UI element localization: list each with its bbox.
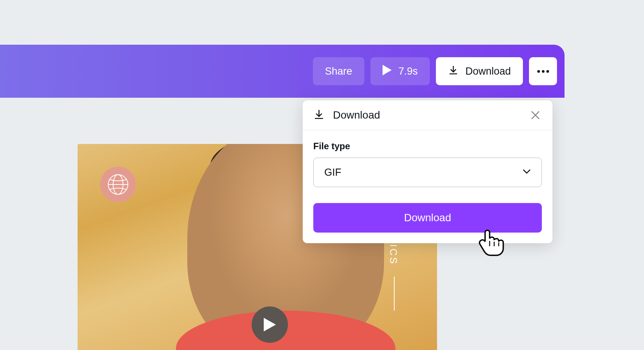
- download-action-button[interactable]: Download: [313, 203, 542, 233]
- canvas-play-button[interactable]: [252, 306, 288, 343]
- share-button[interactable]: Share: [313, 57, 364, 85]
- ellipsis-icon: [537, 70, 540, 73]
- close-icon: [530, 110, 540, 120]
- download-panel: Download File type GIF Download: [303, 100, 552, 243]
- panel-header: Download: [303, 100, 552, 130]
- download-button[interactable]: Download: [436, 57, 523, 85]
- duration-label: 7.9s: [398, 66, 418, 77]
- globe-icon: [100, 167, 136, 202]
- file-type-value: GIF: [324, 167, 341, 178]
- panel-title: Download: [333, 109, 380, 121]
- more-button[interactable]: [529, 57, 557, 85]
- share-label: Share: [325, 66, 352, 77]
- play-duration-button[interactable]: 7.9s: [370, 57, 430, 85]
- top-toolbar: Share 7.9s Download: [0, 45, 565, 98]
- play-icon: [264, 318, 276, 331]
- play-icon: [383, 65, 392, 78]
- close-button[interactable]: [529, 109, 542, 122]
- download-icon: [448, 65, 459, 78]
- download-action-label: Download: [404, 212, 451, 223]
- download-icon: [313, 109, 325, 122]
- design-divider: [394, 277, 395, 311]
- panel-body: File type GIF Download: [303, 130, 552, 243]
- file-type-select[interactable]: GIF: [313, 158, 542, 187]
- file-type-label: File type: [313, 141, 542, 152]
- download-label: Download: [465, 66, 511, 77]
- chevron-down-icon: [523, 169, 531, 176]
